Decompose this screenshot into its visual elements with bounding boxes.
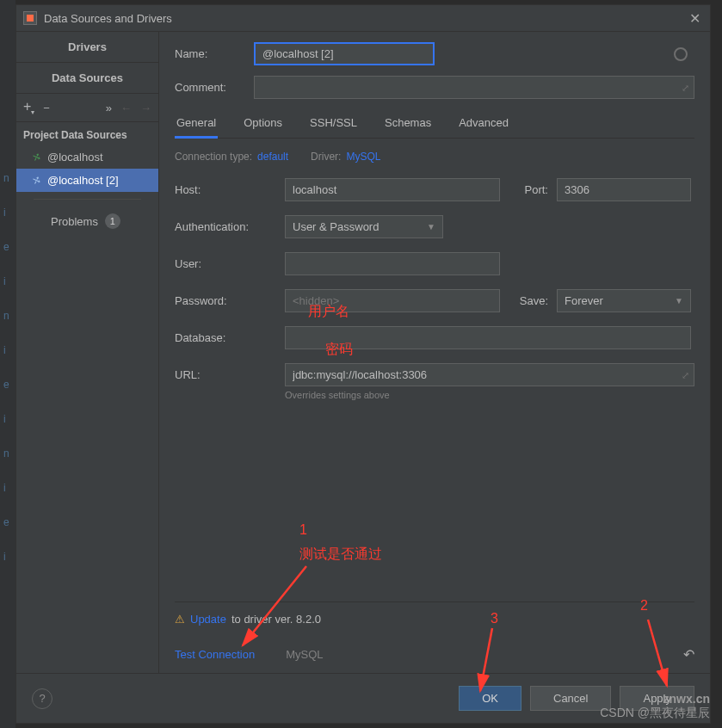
conn-type-link[interactable]: default	[257, 151, 288, 163]
tab-advanced[interactable]: Advanced	[457, 109, 510, 138]
data-sources-dialog: Data Sources and Drivers ✕ Drivers Data …	[15, 4, 711, 724]
name-label: Name:	[175, 47, 254, 60]
password-field[interactable]	[285, 289, 500, 312]
chevron-down-icon: ▼	[675, 296, 683, 305]
test-bar: Test Connection MySQL ↶	[175, 636, 694, 673]
tree-item-localhost[interactable]: ⤭ @localhost	[16, 145, 158, 169]
name-field[interactable]	[254, 42, 435, 65]
problems-count-badge: 1	[105, 213, 120, 229]
add-icon[interactable]: +▾	[23, 99, 34, 116]
url-hint: Overrides settings above	[285, 390, 694, 400]
update-text: to driver ver. 8.2.0	[231, 613, 321, 626]
app-icon	[23, 11, 37, 25]
save-label: Save:	[500, 294, 557, 307]
problems-item[interactable]: Problems 1	[16, 207, 158, 236]
save-select[interactable]: Forever ▼	[557, 289, 691, 312]
tree-label: @localhost	[47, 151, 103, 163]
drivers-tab[interactable]: Drivers	[16, 32, 158, 63]
host-label: Host:	[175, 183, 285, 196]
divider	[34, 199, 141, 200]
url-field[interactable]	[285, 363, 694, 386]
tab-schemas[interactable]: Schemas	[383, 109, 433, 138]
tree-item-localhost-2[interactable]: ⤭ @localhost [2]	[16, 169, 158, 192]
update-link[interactable]: Update	[190, 613, 226, 626]
config-tabs: General Options SSH/SSL Schemas Advanced	[175, 109, 694, 139]
comment-field[interactable]	[254, 76, 694, 99]
left-panel: Drivers Data Sources +▾ − » ← → Project …	[16, 32, 159, 673]
port-field[interactable]	[557, 178, 691, 201]
database-icon: ⤭	[30, 150, 42, 164]
port-label: Port:	[500, 183, 557, 196]
save-value: Forever	[565, 294, 603, 307]
right-panel: Name: Comment: ⤢ General Options SSH/SSL…	[159, 32, 710, 673]
auth-select[interactable]: User & Password ▼	[285, 215, 443, 238]
connection-type-row: Connection type: default Driver: MySQL	[175, 151, 694, 163]
left-toolbar: +▾ − » ← →	[16, 94, 158, 122]
window-title: Data Sources and Drivers	[44, 12, 172, 25]
watermark: znwx.cn CSDN @黑夜待星辰	[600, 692, 710, 721]
comment-label: Comment:	[175, 81, 254, 94]
auth-label: Authentication:	[175, 220, 285, 233]
password-label: Password:	[175, 294, 285, 307]
auth-value: User & Password	[293, 220, 379, 233]
warning-icon: ⚠	[175, 613, 185, 626]
test-connection-link[interactable]: Test Connection	[175, 648, 255, 661]
back-icon[interactable]: ←	[120, 102, 132, 114]
tab-ssh[interactable]: SSH/SSL	[308, 109, 359, 138]
undo-icon[interactable]: ↶	[683, 646, 694, 663]
remove-icon[interactable]: −	[43, 102, 50, 114]
driver-name-text: MySQL	[286, 648, 323, 661]
driver-link[interactable]: MySQL	[346, 151, 380, 163]
section-header: Project Data Sources	[16, 122, 158, 145]
expand-icon[interactable]: ⤢	[682, 82, 689, 93]
database-icon: ⤭	[30, 173, 42, 188]
help-button[interactable]: ?	[32, 688, 52, 709]
editor-gutter: nieinieiniei	[0, 0, 15, 728]
more-icon[interactable]: »	[106, 102, 112, 114]
user-label: User:	[175, 257, 285, 270]
driver-label: Driver:	[311, 151, 341, 163]
database-label: Database:	[175, 331, 285, 344]
expand-icon[interactable]: ⤢	[682, 369, 689, 380]
ok-button[interactable]: OK	[459, 686, 521, 711]
conn-type-label: Connection type:	[175, 151, 252, 163]
titlebar: Data Sources and Drivers ✕	[16, 5, 710, 31]
database-field[interactable]	[285, 326, 691, 349]
data-sources-tab[interactable]: Data Sources	[16, 63, 158, 94]
close-icon[interactable]: ✕	[686, 10, 703, 27]
user-field[interactable]	[285, 252, 500, 275]
host-field[interactable]	[285, 178, 500, 201]
url-label: URL:	[175, 368, 285, 381]
color-icon[interactable]	[674, 47, 688, 61]
problems-label: Problems	[51, 215, 98, 228]
tab-options[interactable]: Options	[242, 109, 284, 138]
update-bar: ⚠ Update to driver ver. 8.2.0	[175, 602, 694, 636]
tab-general[interactable]: General	[175, 109, 218, 139]
forward-icon[interactable]: →	[140, 102, 151, 114]
chevron-down-icon: ▼	[427, 222, 435, 231]
tree-label: @localhost [2]	[47, 174, 119, 187]
